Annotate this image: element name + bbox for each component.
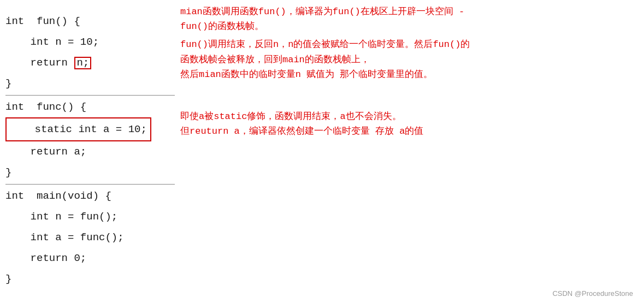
anno1-line5: 然后mian函数中的临时变量n 赋值为 那个临时变量里的值。: [180, 67, 633, 82]
anno1-line2: fun()的函数栈帧。: [180, 19, 633, 34]
code-line-main-a: int a = func();: [5, 227, 169, 248]
code-text: return a;: [5, 141, 86, 162]
code-line-static: static int a = 10;: [5, 117, 169, 141]
code-line-main-close: }: [5, 269, 169, 289]
anno1-line4: 函数栈帧会被释放，回到main的函数栈帧上，: [180, 52, 633, 67]
annotation-1: mian函数调用函数fun()，编译器为fun()在栈区上开辟一块空间 - fu…: [180, 4, 633, 82]
code-text: }: [5, 269, 11, 289]
code-text: int func() {: [5, 97, 86, 117]
code-line-main-return: return 0;: [5, 248, 169, 269]
code-line-fun-close: }: [5, 73, 169, 94]
code-line-return-a: return a;: [5, 141, 169, 162]
code-line-main-n: int n = fun();: [5, 206, 169, 227]
code-section: int fun() { int n = 10; return n; } int …: [0, 0, 169, 303]
separator-1: [5, 95, 175, 96]
code-line-func-header: int func() {: [5, 97, 169, 117]
anno1-line3: fun()调用结束，反回n，n的值会被赋给一个临时变量。然后fun()的: [180, 37, 633, 52]
watermark: CSDN @ProcedureStone: [552, 289, 633, 298]
code-text: int fun() {: [5, 11, 80, 32]
code-text: int a = func();: [5, 227, 124, 248]
anno2-line1: 即使a被static修饰，函数调用结束，a也不会消失。: [180, 109, 633, 124]
anno2-line2: 但reuturn a，编译器依然创建一个临时变量 存放 a的值: [180, 124, 633, 139]
code-line-int-n: int n = 10;: [5, 32, 169, 52]
main-container: int fun() { int n = 10; return n; } int …: [0, 0, 644, 303]
annotation-section: mian函数调用函数fun()，编译器为fun()在栈区上开辟一块空间 - fu…: [169, 0, 644, 303]
code-text: }: [5, 162, 11, 183]
code-text-return: return: [5, 52, 74, 73]
annotation-2: 即使a被static修饰，函数调用结束，a也不会消失。 但reuturn a，编…: [180, 109, 633, 139]
code-text: return 0;: [5, 248, 86, 269]
anno1-line1: mian函数调用函数fun()，编译器为fun()在栈区上开辟一块空间 -: [180, 4, 633, 19]
boxed-n: n;: [74, 57, 91, 69]
code-text: int n = fun();: [5, 206, 117, 227]
code-text: int main(void) {: [5, 186, 111, 206]
code-area: int fun() { int n = 10; return n; } int …: [5, 7, 169, 289]
code-text: int n = 10;: [5, 32, 99, 52]
code-line-fun-header: int fun() {: [5, 11, 169, 32]
boxed-static: static int a = 10;: [5, 117, 151, 141]
code-line-func-close: }: [5, 162, 169, 183]
separator-2: [5, 184, 175, 185]
code-line-return-n: return n;: [5, 52, 169, 73]
code-text: }: [5, 73, 11, 94]
code-line-main-header: int main(void) {: [5, 186, 169, 206]
